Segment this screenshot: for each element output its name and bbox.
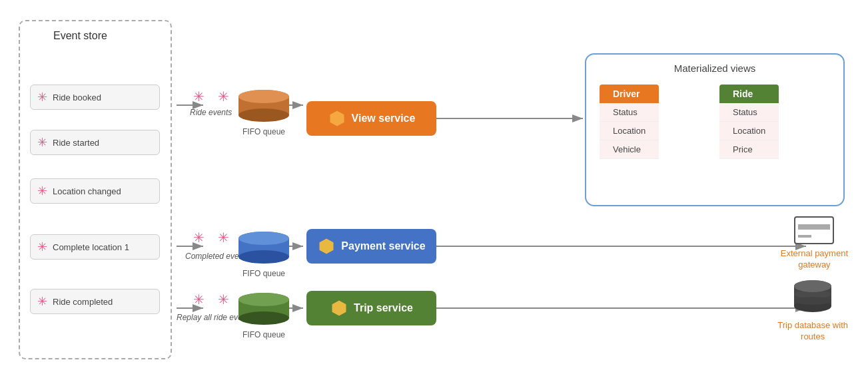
- event-icons-row1: ✳ ✳: [193, 89, 229, 104]
- event-item-complete-location: ✳ Complete location 1: [30, 234, 160, 260]
- driver-table: Driver Status Location Vehicle: [600, 85, 659, 159]
- fifo-label-2: FIFO queue: [236, 269, 291, 278]
- event-sun-3b: ✳: [218, 291, 229, 307]
- db-svg: [793, 280, 833, 316]
- external-payment-gateway: External paymentgateway: [781, 216, 848, 271]
- external-payment-label: External paymentgateway: [781, 248, 848, 271]
- svg-point-18: [238, 250, 289, 264]
- event-sun-1b: ✳: [218, 89, 229, 104]
- svg-point-14: [238, 90, 289, 103]
- event-sun-3a: ✳: [193, 291, 205, 307]
- sun-icon-3: ✳: [37, 185, 47, 197]
- sun-icon-5: ✳: [37, 295, 47, 307]
- svg-marker-15: [330, 110, 344, 126]
- fifo-label-1: FIFO queue: [236, 127, 291, 136]
- driver-row-status: Status: [600, 103, 659, 122]
- sun-icon-1: ✳: [37, 91, 47, 103]
- fifo-cylinder-2: [236, 232, 291, 265]
- svg-point-31: [794, 280, 831, 292]
- driver-row-vehicle: Vehicle: [600, 140, 659, 159]
- event-store-title: Event store: [53, 30, 107, 42]
- trip-database-label: Trip database withroutes: [777, 320, 848, 343]
- hex-icon-view: [328, 109, 346, 128]
- event-sun-2a: ✳: [193, 230, 205, 246]
- ride-row-status: Status: [719, 103, 779, 122]
- svg-point-30: [794, 297, 831, 305]
- database-icon: [793, 280, 833, 316]
- materialized-views-box: Materialized views Driver Status Locatio…: [585, 53, 845, 206]
- event-item-location-changed: ✳ Location changed: [30, 178, 160, 204]
- fifo-cylinder-1: [236, 90, 291, 123]
- hex-icon-payment: [317, 237, 336, 256]
- payment-card-icon: [794, 216, 834, 244]
- ride-row-location: Location: [719, 122, 779, 140]
- fifo-queue-2: FIFO queue: [236, 232, 291, 278]
- sun-icon-2: ✳: [37, 136, 47, 148]
- fifo-cylinder-3: [236, 293, 291, 326]
- svg-marker-25: [332, 300, 346, 316]
- event-item-ride-started: ✳ Ride started: [30, 130, 160, 155]
- svg-point-13: [238, 108, 289, 122]
- fifo-queue-3: FIFO queue: [236, 293, 291, 339]
- event-icons-row2: ✳ ✳: [193, 230, 229, 246]
- hex-icon-trip: [330, 299, 348, 317]
- svg-point-19: [238, 232, 289, 245]
- diagram: Event store ✳ Ride booked ✳ Ride started…: [0, 0, 868, 388]
- ride-table: Ride Status Location Price: [719, 85, 779, 159]
- sun-icon-4: ✳: [37, 241, 47, 253]
- ride-row-price: Price: [719, 140, 779, 159]
- event-item-ride-completed: ✳ Ride completed: [30, 289, 160, 314]
- materialized-views-title: Materialized views: [586, 63, 843, 74]
- trip-database: Trip database withroutes: [777, 280, 848, 343]
- ride-table-header: Ride: [719, 85, 779, 103]
- svg-point-23: [238, 311, 289, 325]
- event-item-ride-booked: ✳ Ride booked: [30, 85, 160, 110]
- payment-service-box: Payment service: [306, 229, 436, 264]
- fifo-label-3: FIFO queue: [236, 330, 291, 339]
- driver-row-location: Location: [600, 122, 659, 140]
- event-icons-row3: ✳ ✳: [193, 291, 229, 307]
- fifo-queue-1: FIFO queue: [236, 90, 291, 136]
- arrow-label-ride-events: Ride events: [190, 108, 232, 117]
- svg-point-24: [238, 293, 289, 306]
- trip-service-box: Trip service: [306, 291, 436, 325]
- view-service-box: View service: [306, 101, 436, 136]
- event-sun-1a: ✳: [193, 89, 205, 104]
- driver-table-header: Driver: [600, 85, 659, 103]
- svg-marker-20: [319, 238, 334, 254]
- event-sun-2b: ✳: [218, 230, 229, 246]
